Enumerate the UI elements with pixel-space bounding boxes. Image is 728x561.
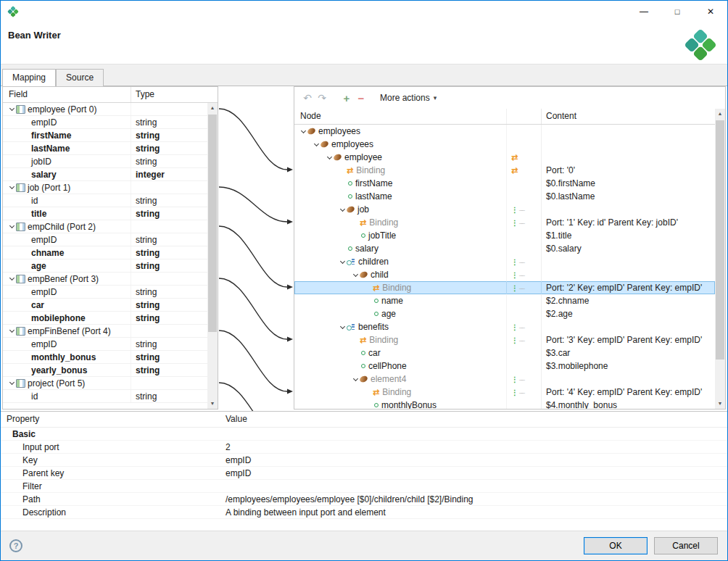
expand-chevron-icon[interactable]	[7, 105, 16, 114]
expand-chevron-icon[interactable]	[325, 153, 334, 162]
fields-scrollbar[interactable]: ▲ ▼	[207, 103, 218, 409]
redo-icon[interactable]: ↷	[315, 91, 329, 105]
binding-marker-icon	[511, 152, 518, 162]
tree-row[interactable]: car$3.car	[294, 346, 715, 360]
remove-icon[interactable]: −	[354, 91, 368, 105]
maximize-button[interactable]: □	[661, 1, 694, 22]
tree-row[interactable]: element4	[294, 373, 715, 386]
field-row[interactable]: empIDstring	[3, 338, 207, 351]
expand-chevron-icon[interactable]	[338, 205, 347, 214]
field-row[interactable]: salaryinteger	[3, 168, 207, 181]
more-actions-button[interactable]: More actions ▾	[376, 91, 441, 104]
dialog-header: Bean Writer	[1, 22, 727, 65]
field-row[interactable]: empIDstring	[3, 116, 207, 129]
scrollbar-thumb[interactable]	[716, 120, 724, 360]
tree-row[interactable]: benefits	[294, 320, 715, 333]
app-clover-icon	[7, 6, 19, 17]
field-type: string	[131, 116, 207, 128]
expand-chevron-icon[interactable]	[7, 275, 16, 283]
field-row[interactable]: carstring	[3, 299, 207, 312]
node-label: monthlyBonus	[381, 400, 437, 409]
field-type: string	[131, 338, 207, 350]
field-row-port[interactable]: empChild (Port 2)	[3, 220, 207, 233]
add-icon[interactable]: +	[339, 91, 354, 105]
tree-row[interactable]: firstName$0.firstName	[294, 177, 715, 190]
expand-chevron-icon[interactable]	[299, 127, 307, 136]
tree-row[interactable]: employees	[294, 125, 715, 138]
tree-scrollbar[interactable]: ▲ ▼	[715, 109, 725, 409]
tree-row[interactable]: BindingPort: '0'	[294, 164, 715, 177]
tab-source[interactable]: Source	[56, 69, 104, 86]
tree-row[interactable]: employees	[294, 138, 715, 151]
field-dot-icon	[361, 233, 365, 238]
minimize-button[interactable]: —	[627, 1, 661, 22]
tree-row[interactable]: BindingPort: '2' Key: empID' Parent Key:…	[294, 281, 715, 294]
field-label: employee (Port 0)	[28, 104, 96, 115]
tree-row[interactable]: jobTitle$1.title	[294, 229, 715, 242]
tree-row[interactable]: employee	[294, 151, 715, 164]
page-title: Bean Writer	[8, 30, 61, 41]
scroll-down-icon[interactable]: ▼	[715, 399, 725, 409]
expand-chevron-icon[interactable]	[338, 257, 347, 266]
scroll-up-icon[interactable]: ▲	[715, 109, 725, 119]
field-row[interactable]: monthly_bonusstring	[3, 351, 207, 364]
field-row[interactable]: yearly_bonusstring	[3, 364, 207, 377]
tree-row[interactable]: lastName$0.lastName	[294, 190, 715, 203]
field-row[interactable]: idstring	[3, 194, 207, 207]
field-row-port[interactable]: employee (Port 0)	[3, 103, 207, 116]
ok-button[interactable]: OK	[584, 537, 648, 554]
field-row-port[interactable]: project (Port 5)	[3, 377, 207, 390]
tree-row[interactable]: child	[294, 268, 715, 281]
property-row[interactable]: KeyempID	[1, 454, 727, 467]
property-row[interactable]: Input port2	[1, 441, 727, 454]
expand-chevron-icon[interactable]	[312, 140, 320, 149]
expand-chevron-icon[interactable]	[351, 375, 360, 383]
field-row[interactable]: firstNamestring	[3, 129, 207, 142]
property-value: A binding between input port and element	[220, 507, 727, 518]
field-label: id	[31, 391, 38, 402]
property-row[interactable]: Parent keyempID	[1, 467, 727, 480]
field-type	[131, 325, 207, 337]
field-row[interactable]: empIDstring	[3, 233, 207, 246]
field-row[interactable]: lastNamestring	[3, 142, 207, 155]
field-row[interactable]: chnamestring	[3, 246, 207, 259]
expand-chevron-icon[interactable]	[7, 223, 16, 231]
scroll-down-icon[interactable]: ▼	[207, 399, 218, 409]
property-row[interactable]: Basic	[1, 428, 727, 441]
tree-row[interactable]: cellPhone$3.mobilephone	[294, 360, 715, 373]
expand-chevron-icon[interactable]	[7, 327, 16, 336]
expand-chevron-icon[interactable]	[7, 379, 16, 388]
tab-mapping[interactable]: Mapping	[2, 69, 56, 86]
tree-row[interactable]: BindingPort: '4' Key: empID' Parent Key:…	[294, 386, 715, 399]
tree-row[interactable]: name$2.chname	[294, 294, 715, 307]
expand-chevron-icon[interactable]	[7, 183, 16, 192]
tree-row[interactable]: job	[294, 203, 715, 216]
field-row[interactable]: mobilephonestring	[3, 312, 207, 325]
cancel-button[interactable]: Cancel	[654, 537, 718, 554]
close-button[interactable]: ✕	[694, 1, 727, 22]
property-row[interactable]: DescriptionA binding between input port …	[1, 506, 727, 519]
tree-row[interactable]: children	[294, 255, 715, 268]
tree-row[interactable]: monthlyBonus$4.monthly_bonus	[294, 399, 715, 409]
tree-row[interactable]: BindingPort: '1' Key: id' Parent Key: jo…	[294, 216, 715, 229]
property-row[interactable]: Path/employees/employees/employee [$0]/c…	[1, 493, 727, 506]
help-icon[interactable]: ?	[9, 539, 22, 552]
field-row[interactable]: jobIDstring	[3, 155, 207, 168]
field-row-port[interactable]: empFinBenef (Port 4)	[3, 325, 207, 338]
scrollbar-thumb[interactable]	[208, 115, 217, 332]
field-row-port[interactable]: empBenef (Port 3)	[3, 273, 207, 286]
field-row[interactable]: empIDstring	[3, 286, 207, 299]
node-label: firstName	[355, 178, 392, 188]
expand-chevron-icon[interactable]	[351, 270, 360, 279]
tree-row[interactable]: age$2.age	[294, 307, 715, 320]
tree-row[interactable]: BindingPort: '3' Key: empID' Parent Key:…	[294, 333, 715, 346]
field-row-port[interactable]: job (Port 1)	[3, 181, 207, 194]
field-row[interactable]: agestring	[3, 259, 207, 273]
expand-chevron-icon[interactable]	[338, 323, 347, 331]
undo-icon[interactable]: ↶	[300, 91, 315, 105]
field-row[interactable]: titlestring	[3, 207, 207, 220]
property-row[interactable]: Filter	[1, 480, 727, 493]
scroll-up-icon[interactable]: ▲	[207, 103, 218, 113]
field-row[interactable]: idstring	[3, 390, 207, 403]
tree-row[interactable]: salary$0.salary	[294, 242, 715, 255]
